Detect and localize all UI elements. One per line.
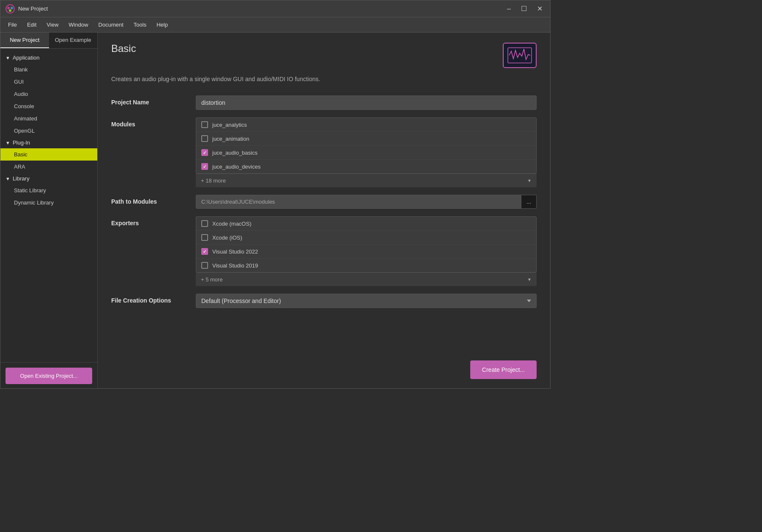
modules-control: juce_analytics juce_animation juce_audio… xyxy=(196,117,537,187)
content-description: Creates an audio plug-in with a single w… xyxy=(111,75,537,84)
minimize-button[interactable]: – xyxy=(504,4,513,14)
title-bar: New Project – ☐ ✕ xyxy=(0,0,550,17)
menu-file[interactable]: File xyxy=(4,20,21,30)
tab-new-project[interactable]: New Project xyxy=(0,33,49,48)
content-header: Basic xyxy=(111,43,537,68)
exporters-expand-icon: ▼ xyxy=(527,277,532,282)
exporter-xcode-macos: Xcode (macOS) xyxy=(196,217,536,231)
sidebar-section-plugin[interactable]: ▼ Plug-In xyxy=(0,137,97,148)
sidebar-section-plugin-label: Plug-In xyxy=(13,139,30,146)
svg-point-3 xyxy=(9,9,11,12)
exporter-xcode-ios: Xcode (iOS) xyxy=(196,231,536,245)
maximize-button[interactable]: ☐ xyxy=(518,4,529,14)
menu-tools[interactable]: Tools xyxy=(129,20,151,30)
sidebar-item-gui[interactable]: GUI xyxy=(0,76,97,88)
content-area: Basic Creates an audio plug-in with a si… xyxy=(98,33,550,389)
sidebar-section-library[interactable]: ▼ Library xyxy=(0,173,97,184)
path-to-modules-label: Path to Modules xyxy=(111,195,196,205)
exporters-show-more[interactable]: + 5 more ▼ xyxy=(196,273,537,286)
exporters-list: Xcode (macOS) Xcode (iOS) Visual Studio … xyxy=(196,216,537,273)
path-to-modules-row: Path to Modules ... xyxy=(111,195,537,209)
exporters-row: Exporters Xcode (macOS) Xcode (iOS) Visu… xyxy=(111,216,537,286)
module-juce-analytics: juce_analytics xyxy=(196,118,536,132)
checkbox-vs2019[interactable] xyxy=(201,262,208,269)
menu-bar: File Edit View Window Document Tools Hel… xyxy=(0,17,550,33)
path-to-modules-control: ... xyxy=(196,195,537,209)
sidebar-item-blank[interactable]: Blank xyxy=(0,63,97,76)
exporter-vs2022: Visual Studio 2022 xyxy=(196,245,536,259)
module-juce-audio-basics-label: juce_audio_basics xyxy=(212,150,258,156)
exporter-xcode-macos-label: Xcode (macOS) xyxy=(212,221,251,227)
sidebar-item-audio[interactable]: Audio xyxy=(0,88,97,100)
modules-label: Modules xyxy=(111,117,196,128)
create-project-area: Create Project... xyxy=(470,360,537,379)
sidebar-item-static-library[interactable]: Static Library xyxy=(0,184,97,196)
menu-edit[interactable]: Edit xyxy=(23,20,41,30)
module-juce-analytics-label: juce_analytics xyxy=(212,122,247,128)
checkbox-vs2022[interactable] xyxy=(201,248,208,255)
checkbox-juce-analytics[interactable] xyxy=(201,121,208,128)
project-name-input[interactable] xyxy=(196,95,537,110)
sidebar-item-ara[interactable]: ARA xyxy=(0,161,97,173)
sidebar-section-application-label: Application xyxy=(13,55,40,61)
window-title: New Project xyxy=(18,5,48,12)
checkbox-xcode-ios[interactable] xyxy=(201,234,208,241)
sidebar-item-basic[interactable]: Basic xyxy=(0,148,97,161)
chevron-application-icon: ▼ xyxy=(5,55,10,60)
create-project-button[interactable]: Create Project... xyxy=(470,360,537,379)
path-to-modules-input[interactable] xyxy=(196,195,521,209)
module-juce-audio-devices-label: juce_audio_devices xyxy=(212,164,260,170)
chevron-library-icon: ▼ xyxy=(5,176,10,181)
path-row: ... xyxy=(196,195,537,209)
svg-point-1 xyxy=(7,7,10,9)
modules-show-more[interactable]: + 18 more ▼ xyxy=(196,174,537,187)
sidebar-item-animated[interactable]: Animated xyxy=(0,112,97,125)
window-controls: – ☐ ✕ xyxy=(504,4,545,14)
module-juce-animation: juce_animation xyxy=(196,132,536,146)
tab-open-example[interactable]: Open Example xyxy=(49,33,98,48)
module-juce-audio-devices: juce_audio_devices xyxy=(196,160,536,173)
modules-list: juce_analytics juce_animation juce_audio… xyxy=(196,117,537,174)
exporter-vs2022-label: Visual Studio 2022 xyxy=(212,248,258,255)
file-creation-select[interactable]: Default (Processor and Editor) Processor… xyxy=(196,294,537,308)
checkbox-juce-audio-basics[interactable] xyxy=(201,149,208,156)
sidebar-section-application[interactable]: ▼ Application xyxy=(0,52,97,63)
chevron-plugin-icon: ▼ xyxy=(5,140,10,145)
svg-point-2 xyxy=(11,7,13,9)
sidebar: New Project Open Example ▼ Application B… xyxy=(0,33,98,389)
sidebar-tabs: New Project Open Example xyxy=(0,33,97,49)
sidebar-item-opengl[interactable]: OpenGL xyxy=(0,125,97,137)
project-name-control xyxy=(196,95,537,110)
main-layout: New Project Open Example ▼ Application B… xyxy=(0,33,550,389)
menu-window[interactable]: Window xyxy=(64,20,92,30)
file-creation-select-wrapper: Default (Processor and Editor) Processor… xyxy=(196,294,537,308)
exporter-xcode-ios-label: Xcode (iOS) xyxy=(212,235,242,241)
module-juce-audio-basics: juce_audio_basics xyxy=(196,146,536,160)
file-creation-row: File Creation Options Default (Processor… xyxy=(111,294,537,308)
exporter-vs2019-label: Visual Studio 2019 xyxy=(212,262,258,269)
plugin-preview-icon xyxy=(503,43,537,68)
menu-help[interactable]: Help xyxy=(152,20,172,30)
checkbox-juce-animation[interactable] xyxy=(201,135,208,142)
file-creation-label: File Creation Options xyxy=(111,294,196,304)
plugin-waveform-icon xyxy=(507,47,532,64)
module-juce-animation-label: juce_animation xyxy=(212,136,249,142)
sidebar-content: ▼ Application Blank GUI Audio Console An… xyxy=(0,49,97,362)
menu-document[interactable]: Document xyxy=(94,20,128,30)
path-browse-button[interactable]: ... xyxy=(521,195,537,209)
close-button[interactable]: ✕ xyxy=(534,4,545,14)
sidebar-item-dynamic-library[interactable]: Dynamic Library xyxy=(0,196,97,209)
project-name-label: Project Name xyxy=(111,95,196,106)
exporter-vs2019: Visual Studio 2019 xyxy=(196,259,536,272)
exporters-label: Exporters xyxy=(111,216,196,226)
checkbox-xcode-macos[interactable] xyxy=(201,220,208,227)
title-bar-left: New Project xyxy=(5,4,48,14)
sidebar-item-console[interactable]: Console xyxy=(0,100,97,112)
modules-expand-icon: ▼ xyxy=(527,178,532,183)
menu-view[interactable]: View xyxy=(42,20,63,30)
checkbox-juce-audio-devices[interactable] xyxy=(201,163,208,170)
file-creation-control: Default (Processor and Editor) Processor… xyxy=(196,294,537,308)
open-existing-button[interactable]: Open Existing Project... xyxy=(5,368,92,384)
content-title: Basic xyxy=(111,43,136,55)
app-icon xyxy=(5,4,15,14)
